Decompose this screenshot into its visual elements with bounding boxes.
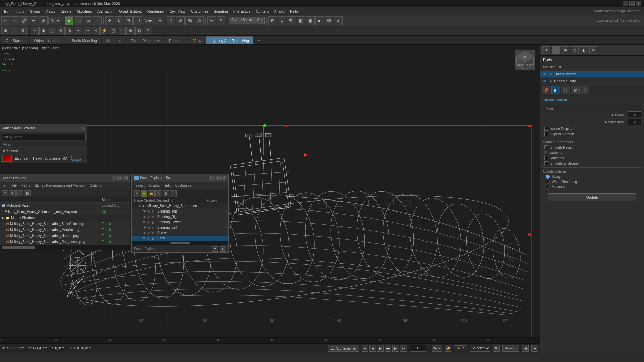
tab-lighting-rendering[interactable]: Lighting And Rendering <box>206 36 253 44</box>
create-panel-btn[interactable]: ✚ <box>542 46 550 54</box>
pin-stack-btn[interactable]: 📌 <box>542 86 550 94</box>
se-scrollbar[interactable] <box>132 241 228 245</box>
menu-customize[interactable]: Customize <box>188 9 211 14</box>
explicit-normals-checkbox[interactable] <box>544 132 548 136</box>
se-row-screw[interactable]: 👁 ◎ ◻ Screw ⠿ <box>132 230 228 236</box>
unlink-button[interactable]: ⛓ <box>30 16 38 25</box>
se-scroll-thumb[interactable] <box>170 242 190 244</box>
se-search-close[interactable]: ✕ <box>133 190 140 197</box>
render-frame[interactable]: 🖼 <box>325 16 333 25</box>
minimize-button[interactable]: ─ <box>623 1 628 6</box>
asset-row-normal[interactable]: 🖼 Military_Semi_Heavy_Submarine_Normal.p… <box>0 233 130 239</box>
menu-scripting[interactable]: Scripting <box>211 9 231 14</box>
at-menu-file[interactable]: File <box>9 183 19 188</box>
configure-modifiers-btn[interactable]: ⚙ <box>581 86 589 94</box>
snap-spinner[interactable]: ⊙ <box>195 16 204 25</box>
hair-btn[interactable]: 〰 <box>118 27 126 35</box>
display-panel-btn[interactable]: ◐ <box>580 46 588 54</box>
menu-modifiers[interactable]: Modifiers <box>74 9 95 14</box>
splines-btn[interactable]: 〜 <box>83 27 91 35</box>
rotate-button[interactable]: ↻ <box>115 16 123 25</box>
select-button[interactable]: ▶ <box>65 16 73 25</box>
at-menu-er[interactable]: er <box>2 183 9 188</box>
close-button[interactable]: ✕ <box>636 1 641 6</box>
scale-button[interactable]: ⊡ <box>124 16 133 25</box>
menu-graph-editors[interactable]: Graph Editors <box>116 9 145 14</box>
play-button[interactable]: ▶ <box>377 345 384 352</box>
asset-row-metallic[interactable]: 🖼 Military_Semi_Heavy_Submarine_Metallic… <box>0 227 130 233</box>
asset-row-roughness[interactable]: 🖼 Military_Semi_Heavy_Submarine_Roughnes… <box>0 239 130 245</box>
play-end-button[interactable]: ⏭ <box>400 345 407 352</box>
menu-civil-view[interactable]: Civil View <box>167 9 188 14</box>
smoothing-groups-checkbox[interactable] <box>544 161 548 165</box>
set-key-button[interactable]: Set K. <box>432 345 442 352</box>
reactor-btn[interactable]: ⊕ <box>126 27 135 35</box>
at-btn2[interactable]: ⊕ <box>9 190 16 196</box>
material-search-input[interactable] <box>2 134 86 140</box>
tab-materials[interactable]: Materials <box>102 36 126 44</box>
cloth-btn[interactable]: ◫ <box>109 27 117 35</box>
se-lock-btn[interactable]: 🔒 <box>148 190 155 197</box>
se-menu-display[interactable]: Display <box>147 183 162 188</box>
crowd-btn[interactable]: ◐ <box>135 27 143 35</box>
hierarchy-panel-btn[interactable]: ⊕ <box>561 46 569 54</box>
particles-btn[interactable]: ✳ <box>92 27 100 35</box>
manually-radio[interactable] <box>546 185 550 189</box>
snap-angle[interactable]: ⊛ <box>176 16 185 25</box>
update-button[interactable]: Update <box>548 193 637 201</box>
place-button[interactable]: ☐ <box>133 16 142 25</box>
asset-scrollbar[interactable] <box>0 245 130 250</box>
se-bottom-btn1[interactable]: ▼ <box>212 246 218 252</box>
menu-animation[interactable]: Animation <box>95 9 116 14</box>
snap-percent[interactable]: % <box>185 16 194 25</box>
render-scene[interactable]: ▣ <box>306 16 315 25</box>
search-button[interactable]: 🔍 <box>493 345 500 352</box>
align-button[interactable]: ⊟ <box>217 16 225 25</box>
select-type-dropdown[interactable]: All <box>48 17 61 24</box>
key-filter-button[interactable]: 🔑 <box>445 345 451 352</box>
frame-input[interactable]: 0 <box>410 345 426 352</box>
se-row-steering-top[interactable]: 👁 ◎ ◻ Steering_Top ⠿ <box>132 209 228 214</box>
render-iters-input[interactable] <box>628 119 641 125</box>
named-selection-sets[interactable]: ⊞ <box>268 16 277 25</box>
modifier-editable-poly[interactable]: 👁 ▶ Editable Poly <box>540 78 644 85</box>
se-root-row[interactable]: ▼ ◈ Military_Semi_Heavy_Submarine ⠿ <box>132 203 228 209</box>
tab-view[interactable]: View <box>189 36 206 44</box>
snap-obj[interactable]: ⊠ <box>19 27 27 35</box>
iterations-input[interactable] <box>628 111 641 117</box>
se-minimize-btn[interactable]: ─ <box>210 176 215 180</box>
timeline-track[interactable]: 0 10 20 30 40 50 60 70 80 90 <box>0 338 540 343</box>
make-unique-btn[interactable]: ◌ <box>561 86 570 94</box>
se-row-body[interactable]: 👁 ◎ ◻ Body ⠿ <box>132 236 228 241</box>
at-maximize-btn[interactable]: □ <box>117 176 122 180</box>
add-time-tag-button[interactable]: ☷ Add Time Tag <box>328 345 359 352</box>
at-scroll-thumb[interactable] <box>2 246 35 249</box>
utilities-panel-btn[interactable]: ⚙ <box>589 46 597 54</box>
se-row-steering-lower[interactable]: 👁 ◎ ◻ Steering_Lower ⠿ <box>132 220 228 225</box>
materials-checkbox[interactable] <box>544 156 548 160</box>
play-back-button[interactable]: ⏮ <box>362 345 368 352</box>
menu-rendering[interactable]: Rendering <box>145 9 167 14</box>
menu-edit[interactable]: Edit <box>1 9 13 14</box>
snap-toggle[interactable]: ⊕ <box>167 16 175 25</box>
se-menu-select[interactable]: Select <box>133 183 147 188</box>
se-close-btn[interactable]: ✕ <box>222 176 226 180</box>
select-fence-button[interactable]: ▭ <box>84 16 92 25</box>
show-final-btn[interactable]: ◧ <box>551 86 560 94</box>
se-row-steering-left[interactable]: 👁 ◎ ◻ Steering_Left ⠿ <box>132 225 228 230</box>
menu-views[interactable]: Views <box>43 9 58 14</box>
se-row-steering-right[interactable]: 👁 ◎ ◻ Steering_Right ⠿ <box>132 214 228 220</box>
play-forward-button[interactable]: ▶▶ <box>385 345 391 352</box>
se-sort-btn[interactable]: ⇅ <box>155 190 162 197</box>
bind-button[interactable]: ⊕ <box>39 16 48 25</box>
at-minimize-btn[interactable]: ─ <box>112 176 116 180</box>
always-radio[interactable] <box>546 175 550 179</box>
asset-row-vault[interactable]: 🏦 Autodesk Vault Logged O... <box>0 203 130 209</box>
display-btn[interactable]: ◧ <box>297 16 305 25</box>
se-bottom-btn2[interactable]: ◧ <box>220 246 226 252</box>
when-rendering-radio[interactable] <box>546 180 550 184</box>
se-columns-btn[interactable]: ⊞ <box>163 190 169 197</box>
next-frame-button[interactable]: ▶| <box>392 345 399 352</box>
tab-populate[interactable]: Populate <box>165 36 188 44</box>
select-lasso-button[interactable]: ⚬ <box>93 16 102 25</box>
